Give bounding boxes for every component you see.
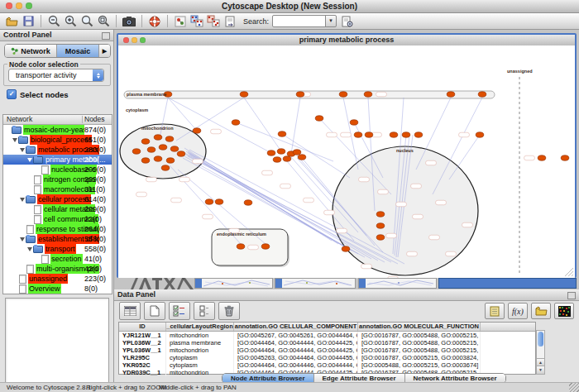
frame-minimize-button[interactable] <box>132 37 137 43</box>
column-header[interactable]: annotation.GO CELLULAR_COMPONENT <box>234 323 358 331</box>
tree-row-node-count: 209(0) <box>84 174 111 184</box>
background-window-content[interactable] <box>129 278 194 289</box>
chevron-right-icon: ▶ <box>103 48 107 55</box>
attribute-table-button[interactable] <box>119 302 141 320</box>
tab-overflow-button[interactable]: ▶ <box>99 45 110 57</box>
search-options-button[interactable] <box>340 14 355 28</box>
tree-row[interactable]: secretion41(0) <box>3 254 112 264</box>
tree-row[interactable]: mosaic-demo-yeast874(0) <box>3 125 112 135</box>
tree-row[interactable]: macromolecule311(0) <box>3 184 112 194</box>
function-builder-button[interactable]: f(x) <box>508 303 528 319</box>
scrollbar-thumb[interactable] <box>538 332 543 347</box>
zoom-window-button[interactable] <box>26 2 32 9</box>
save-session-button[interactable] <box>21 14 36 28</box>
tree-row[interactable]: metabolic process280(0) <box>3 145 112 155</box>
select-nodes-checkbox[interactable]: ✓ <box>7 89 17 99</box>
tree-row-node-count: 41(0) <box>84 254 111 264</box>
tree-row[interactable]: establishment of lo558(0) <box>3 234 112 244</box>
magnifier-fit-icon <box>98 15 110 27</box>
tree-row[interactable]: nucleobase-c209(0) <box>3 165 112 174</box>
attribute-table-header[interactable]: ID_cellularLayoutRegionannotation.GO CEL… <box>119 323 535 332</box>
tab-network[interactable]: Network <box>5 45 57 57</box>
tree-row[interactable]: biological_process651(0) <box>3 135 112 145</box>
column-header[interactable]: annotation.GO MOLECULAR_FUNCTION <box>358 323 481 331</box>
window-edge <box>275 279 282 288</box>
table-row[interactable]: YKR052Ccytoplasm[GO:0044464, GO:0044446,… <box>119 361 535 369</box>
minimize-window-button[interactable] <box>16 2 22 9</box>
float-panel-icon[interactable] <box>102 32 110 40</box>
expander-triangle-icon[interactable] <box>20 148 25 152</box>
status-hint-pan: Middle-click + drag to PAN <box>159 384 237 391</box>
vizmapper-button[interactable] <box>173 14 188 28</box>
node-color-dropdown[interactable]: transporter activity <box>8 69 104 82</box>
network-tree-header[interactable]: Network Nodes <box>3 115 112 125</box>
folder-icon <box>18 136 28 144</box>
tab-mosaic-label: Mosaic <box>65 47 91 55</box>
table-scrollbar[interactable]: ▲ ▼ <box>536 330 545 375</box>
snapshot-button[interactable] <box>122 14 136 28</box>
frame-titlebar[interactable]: primary metabolic process <box>118 35 575 46</box>
tree-row[interactable]: unassigned223(0) <box>3 274 112 284</box>
scroll-down-arrow[interactable]: ▼ <box>537 366 544 374</box>
table-row[interactable]: YJR121W__1mitochondrion[GO:0045267, GO:0… <box>119 332 535 339</box>
column-header[interactable]: _cellularLayoutRegion <box>166 323 234 331</box>
expander-triangle-icon[interactable] <box>27 247 32 251</box>
birdseye-view[interactable] <box>5 298 109 392</box>
tree-row[interactable]: cellular metabo209(0) <box>3 204 112 214</box>
zoom-fit-button[interactable] <box>96 14 111 28</box>
zoom-out-button[interactable] <box>46 14 61 28</box>
minimized-network-window[interactable] <box>358 278 437 289</box>
column-header[interactable] <box>481 323 535 331</box>
expander-triangle-icon[interactable] <box>27 158 32 162</box>
delete-attribute-button[interactable] <box>218 302 240 320</box>
table-cell: YKR052C <box>119 361 166 369</box>
attribute-matrix-button[interactable] <box>554 303 574 319</box>
control-panel: Control Panel Network Mosaic ▶ Node colo… <box>0 30 114 382</box>
column-header[interactable]: ID <box>119 323 166 331</box>
open-session-button[interactable] <box>4 14 19 28</box>
network-canvas[interactable]: plasma membranecytoplasmmitochondrionnuc… <box>118 45 575 278</box>
frame-close-button[interactable] <box>123 37 129 43</box>
minimized-network-window[interactable] <box>275 278 356 289</box>
float-panel-icon[interactable] <box>567 292 576 299</box>
folder-icon <box>26 196 36 203</box>
table-row[interactable]: YPL036W__2plasma membrane[GO:0044464, GO… <box>119 339 535 347</box>
table-cell: YPL036W__1 <box>119 347 166 354</box>
zoom-in-button[interactable] <box>63 14 78 28</box>
tree-row[interactable]: Overview8(0) <box>3 284 112 294</box>
import-attributes-button[interactable] <box>531 303 551 319</box>
zoom-selected-button[interactable] <box>79 14 94 28</box>
search-box[interactable]: ▼ <box>272 15 327 27</box>
help-button[interactable] <box>147 14 162 28</box>
filter-network-button[interactable] <box>206 14 221 28</box>
tree-row[interactable]: cell communicat22(0) <box>3 214 112 224</box>
select-attributes-button[interactable] <box>169 302 190 320</box>
expander-triangle-icon[interactable] <box>12 138 17 142</box>
unselect-attributes-button[interactable] <box>194 302 215 320</box>
expander-triangle-icon[interactable] <box>20 237 25 241</box>
network-node-icon <box>175 16 186 27</box>
expander-triangle-icon[interactable] <box>20 198 25 202</box>
minimized-network-window[interactable] <box>194 278 273 289</box>
folder-icon <box>33 156 43 164</box>
import-network-button[interactable] <box>223 14 237 28</box>
new-attribute-button[interactable] <box>144 302 165 320</box>
table-row[interactable]: YPL036W__1mitochondrion[GO:0044464, GO:0… <box>119 347 535 354</box>
search-input[interactable] <box>273 21 324 30</box>
close-window-button[interactable] <box>6 2 12 9</box>
window-resize-grip[interactable] <box>569 383 579 392</box>
attribute-editor-button[interactable] <box>485 303 505 319</box>
table-cell: [GO:0016787, GO:0005488, GO:0005215, G..… <box>358 332 481 339</box>
tree-row[interactable]: response to stimulu264(0) <box>3 224 112 234</box>
tab-mosaic[interactable]: Mosaic <box>57 45 99 57</box>
tree-row[interactable]: transport558(0) <box>3 244 112 254</box>
tree-row[interactable]: primary metabol209(... <box>3 155 112 165</box>
tree-row[interactable]: multi-organism pro42(0) <box>3 264 112 274</box>
frame-zoom-button[interactable] <box>140 37 146 43</box>
search-dropdown-arrow[interactable]: ▼ <box>325 15 337 27</box>
table-cell <box>481 347 535 354</box>
merge-networks-button[interactable] <box>189 14 204 28</box>
table-row[interactable]: YLR295Ccytoplasm[GO:0045263, GO:0044464,… <box>119 354 535 361</box>
tree-row[interactable]: nitrogen compo209(0) <box>3 174 112 184</box>
tree-row[interactable]: cellular process614(0) <box>3 194 112 204</box>
